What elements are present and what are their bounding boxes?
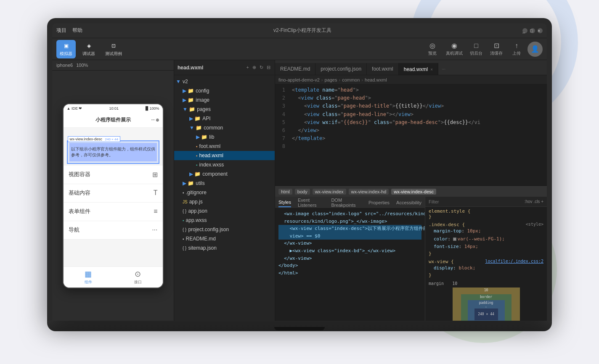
html-line-3[interactable]: view> == $0 (278, 232, 421, 240)
tree-root[interactable]: ▼ v2 (174, 77, 275, 86)
win-close[interactable]: × (538, 28, 543, 33)
win-maximize[interactable]: □ (530, 28, 535, 33)
api-label: API (202, 116, 210, 121)
html-tag-html[interactable]: html (278, 189, 292, 195)
main-area: iphone6 100% ▲ IDE ❤ 10:01 ▉ 100% (52, 60, 547, 321)
toolbar-btn-simulate[interactable]: ▣ 模拟器 (56, 40, 76, 58)
user-avatar[interactable]: 👤 (527, 42, 543, 57)
menu-help[interactable]: 帮助 (72, 27, 82, 34)
code-scroll[interactable]: 1 <template name="head"> 2 <view class="… (275, 84, 547, 186)
tab-foot-wxml[interactable]: foot.wxml (367, 63, 399, 75)
devtools-tab-properties[interactable]: Properties (368, 198, 390, 207)
toolbar-btn-test[interactable]: ⊡ 测试用例 (102, 40, 125, 58)
breadcrumb-sep-0: › (321, 77, 323, 82)
toolbar-action-real-device[interactable]: ◉ 真机调试 (443, 40, 465, 58)
tree-folder-lib[interactable]: ▶ 📁 lib (174, 132, 275, 142)
toolbar-action-clear-cache[interactable]: ⊡ 清缓存 (487, 40, 506, 58)
tree-file-app-js[interactable]: JS app.js (174, 197, 275, 206)
real-device-label: 真机调试 (446, 50, 463, 56)
tree-folder-pages[interactable]: ▼ 📁 pages (174, 105, 275, 114)
html-tag-wx-index-desc[interactable]: wx-view.index-desc (391, 189, 436, 195)
simulator-panel: iphone6 100% ▲ IDE ❤ 10:01 ▉ 100% (52, 60, 174, 321)
toolbar-action-preview[interactable]: ◎ 预览 (423, 40, 442, 58)
box-content-val: 240 × 44 (478, 312, 494, 316)
common-label: common (204, 125, 223, 131)
devtools-tab-styles[interactable]: Styles (278, 198, 291, 207)
ide-container: 项目 帮助 v2-FinClip小程序开发工具 _ □ × (52, 23, 547, 321)
tree-file-foot-wxml[interactable]: ▪ foot.wxml (174, 142, 275, 151)
tab-head-wxml[interactable]: head.wxml × (399, 63, 438, 75)
list-item-2[interactable]: 表单组件 ≡ (64, 203, 163, 221)
toolbar-action-upload[interactable]: ↑ 上传 (507, 40, 526, 58)
pages-label: pages (197, 106, 211, 112)
list-item-1[interactable]: 基础内容 T (64, 184, 163, 203)
list-item-0[interactable]: 视图容器 ⊞ (64, 166, 163, 184)
win-minimize[interactable]: _ (522, 28, 527, 33)
phone-tab-component[interactable]: ▦ 组件 (85, 269, 92, 285)
tree-file-app-json[interactable]: { } app.json (174, 206, 275, 216)
window-controls: _ □ × (522, 28, 543, 33)
html-line-5: ▶<wx-view class="index-bd">_</wx-view> (278, 247, 421, 255)
head-wxml-icon: ▪ (196, 153, 198, 158)
html-line-8: </html> (278, 269, 421, 277)
list-item-3[interactable]: 导航 ··· (64, 221, 163, 240)
html-tag-body[interactable]: body (295, 189, 310, 195)
list-item-label-2: 表单组件 (69, 208, 90, 215)
tab-project-config[interactable]: project.config.json (315, 63, 367, 75)
tab-readme[interactable]: README.md (275, 63, 315, 75)
tree-folder-config[interactable]: ▶ 📁 config (174, 86, 275, 95)
styles-body: element.style { } .index-desc (425, 207, 547, 321)
tree-folder-image[interactable]: ▶ 📁 image (174, 95, 275, 105)
menu-project[interactable]: 项目 (56, 27, 66, 34)
border-label: border (480, 295, 492, 299)
breadcrumb-0: fino-applet-demo-v2 (278, 77, 320, 82)
phone-battery: ▉ 100% (146, 106, 159, 111)
new-folder-btn[interactable]: ⊕ (252, 64, 257, 71)
real-device-icon: ◉ (451, 42, 457, 50)
debug-icon: ◈ (85, 42, 93, 50)
html-tree: <wx-image class="index-logo" src="../res… (275, 208, 425, 321)
editor-panel: README.md project.config.json foot.wxml … (275, 60, 547, 321)
cut-backend-icon: □ (474, 42, 478, 50)
phone-nav-dots[interactable]: ··· ⊕ (151, 118, 159, 122)
collapse-btn[interactable]: ⊟ (266, 64, 271, 71)
laptop-container: 项目 帮助 v2-FinClip小程序开发工具 _ □ × (47, 18, 552, 346)
phone-content: wx-view.index-desc 240 × 44 以下组示小程序官方组件能… (64, 128, 163, 266)
laptop-screen: 项目 帮助 v2-FinClip小程序开发工具 _ □ × (52, 23, 547, 321)
tree-folder-api[interactable]: ▶ 📁 API (174, 114, 275, 123)
style-source-wx-view[interactable]: localfile:/.index.css:2 (485, 259, 543, 264)
filter-input[interactable] (429, 199, 521, 204)
new-file-btn[interactable]: + (246, 64, 250, 71)
devtools-tab-dom-breakpoints[interactable]: DOM Breakpoints (331, 197, 362, 209)
tree-folder-utils[interactable]: ▶ 📁 utils (174, 179, 275, 188)
breadcrumb-sep-1: › (339, 77, 341, 82)
code-line-3: 3 <view class="page-head-title">{{title}… (275, 102, 547, 110)
devtools-tab-accessibility[interactable]: Accessibility (396, 198, 421, 207)
html-line-2[interactable]: <wx-view class="index-desc">以下将展示小程序官方组件… (278, 225, 421, 232)
toolbar-action-cut-backend[interactable]: □ 切后台 (467, 40, 485, 58)
phone-title: 小程序组件展示 (95, 116, 131, 124)
tab-close-icon[interactable]: × (430, 67, 433, 72)
project-config-icon: { } (183, 227, 186, 232)
html-tag-wx-index-hd[interactable]: wx-view.index-hd (349, 189, 389, 195)
file-tree-body: ▼ v2 ▶ 📁 config ▶ 📁 image (174, 75, 275, 321)
tree-folder-component[interactable]: ▶ 📁 component (174, 169, 275, 179)
phone-tab-api[interactable]: ⊙ 接口 (134, 269, 142, 285)
tree-file-sitemap[interactable]: { } sitemap.json (174, 243, 275, 253)
tree-file-index-wxss[interactable]: ▪ index.wxss (174, 160, 275, 169)
test-icon: ⊡ (109, 42, 118, 50)
image-label: image (196, 97, 209, 103)
list-item-label-0: 视图容器 (69, 171, 90, 178)
tree-file-app-wxss[interactable]: ▪ app.wxss (174, 216, 275, 225)
html-breadcrumb: html body wx-view.index wx-view.index-hd… (275, 187, 547, 197)
tree-folder-common[interactable]: ▼ 📁 common (174, 123, 275, 132)
tree-file-readme[interactable]: ▪ README.md (174, 234, 275, 243)
tree-file-head-wxml[interactable]: ▪ head.wxml (174, 151, 275, 160)
tree-file-project-config[interactable]: { } project.config.json (174, 225, 275, 234)
tab-more-btn[interactable]: ··· (438, 63, 449, 75)
devtools-tab-event-listeners[interactable]: Event Listeners (298, 197, 324, 209)
tree-file-gitignore[interactable]: ▪ .gitignore (174, 188, 275, 197)
toolbar-btn-debug[interactable]: ◈ 调试器 (79, 40, 98, 58)
html-tag-wx-index[interactable]: wx-view.index (313, 189, 346, 195)
refresh-btn[interactable]: ↻ (259, 64, 264, 71)
